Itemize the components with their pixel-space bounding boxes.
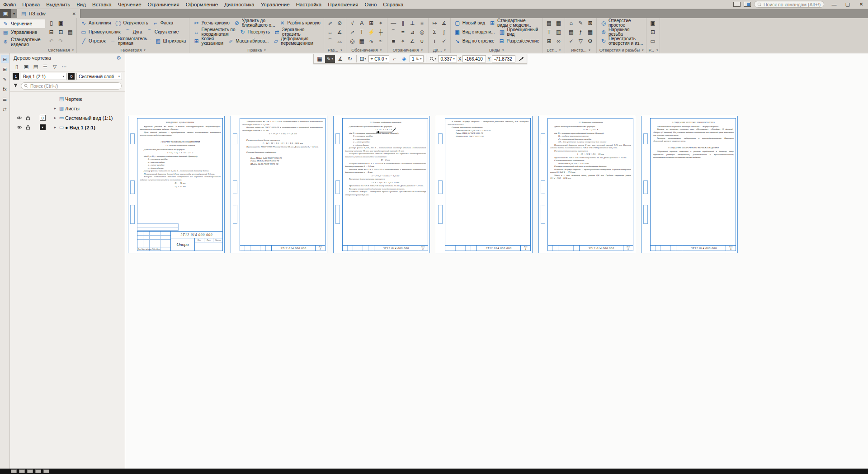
- angle-constraint-icon[interactable]: ∠: [408, 37, 417, 46]
- tool-grid-icon[interactable]: ▦: [586, 28, 594, 37]
- ribbon-group-label-diagnostics[interactable]: Ди...▾: [430, 47, 448, 53]
- tree-layers-icon[interactable]: ☰: [42, 63, 49, 71]
- minimize-button[interactable]: —: [827, 0, 841, 9]
- concentric-constraint-icon[interactable]: ◎: [418, 28, 426, 37]
- r-group-icon-2[interactable]: ⊡: [648, 28, 657, 37]
- tool-filter-icon[interactable]: ▽: [576, 37, 585, 46]
- tree-filter-icon[interactable]: ▽: [51, 63, 58, 71]
- menu-item[interactable]: Управление: [258, 0, 293, 9]
- menu-item[interactable]: Оформление: [183, 0, 221, 9]
- lock-icon[interactable]: [24, 125, 33, 130]
- mirror-button[interactable]: ⇄Зеркальноотразить: [272, 28, 306, 37]
- linear-dimension-icon[interactable]: ↔: [326, 28, 335, 37]
- symmetric-constraint-icon[interactable]: ⊿: [408, 28, 417, 37]
- expand-arrow-icon[interactable]: ▸: [52, 106, 58, 110]
- home-button[interactable]: ▣: [0, 9, 11, 18]
- drawing-canvas[interactable]: ▦ ✎▾ ∡ ↻ ⊞▾ ⌖ СК 0 ▾ ⌐ ◈ 1 ⇅ ▾: [125, 53, 868, 469]
- merge-constraint-icon[interactable]: ∪: [418, 37, 426, 46]
- move-by-coords-button[interactable]: ↔Переместить покоординатам: [191, 28, 236, 37]
- grid-display-icon[interactable]: ▦: [316, 55, 324, 63]
- strip-menu-icon[interactable]: ☰: [1, 95, 9, 103]
- roughness-icon[interactable]: √: [348, 19, 357, 28]
- tree-node[interactable]: 0▸▭Системный вид (1:1): [10, 113, 125, 123]
- sheet-page[interactable]: 2 СОЗДАНИЕ ЧЕРТЕЖА СВАРНОГО УЗЛАНаименов…: [641, 116, 738, 253]
- position-icon[interactable]: ◎: [348, 37, 357, 46]
- ribbon-tab-standard-parts[interactable]: ⊚Стандартные изделия: [0, 37, 45, 47]
- radial-dimension-icon[interactable]: ⌒: [326, 37, 335, 46]
- break-line-icon[interactable]: ≈: [377, 37, 385, 46]
- zoom-menu-icon[interactable]: ▾: [429, 55, 437, 63]
- taskbar-item[interactable]: [11, 469, 17, 473]
- lock-icon[interactable]: [24, 115, 33, 120]
- hatch-button[interactable]: ▨Штриховка: [153, 37, 188, 46]
- command-search-input[interactable]: Поиск по командам (Alt+/): [754, 1, 824, 8]
- ribbon-group-label-views[interactable]: Виды▾: [453, 47, 541, 53]
- tree-views-icon[interactable]: ▤: [32, 63, 39, 71]
- insert-table-icon[interactable]: ▥: [554, 28, 563, 37]
- menu-item[interactable]: Ограничения: [145, 0, 183, 9]
- scale-button[interactable]: ⇗Масштабиров...: [226, 37, 270, 46]
- document-manager-icon[interactable]: ▤: [66, 28, 75, 37]
- strip-params-icon[interactable]: ⊞: [1, 65, 9, 73]
- snaps-toggle-icon[interactable]: ◈: [400, 55, 408, 63]
- filter-funnel-icon[interactable]: [13, 83, 18, 89]
- menu-item[interactable]: Справка: [380, 0, 406, 9]
- measure-distance-icon[interactable]: ↦: [430, 19, 439, 28]
- sheet-page[interactable]: 1.2 Расчет соединения шпилькойДлина шпил…: [333, 116, 430, 253]
- tool-check-icon[interactable]: ✓: [567, 37, 576, 46]
- arc-button[interactable]: ⌒Дуга: [123, 28, 144, 37]
- strip-swap-icon[interactable]: ⇄: [1, 105, 9, 113]
- measure-area-icon[interactable]: Σ: [430, 28, 439, 37]
- taskbar-item[interactable]: [35, 469, 41, 473]
- insert-object-icon[interactable]: ⊞: [545, 37, 553, 46]
- insert-picture-icon[interactable]: ▦: [554, 19, 563, 28]
- zoom-value-select[interactable]: 0.337 ▾: [438, 55, 457, 62]
- insert-link-icon[interactable]: ∞: [554, 37, 563, 46]
- auto-dimension-icon[interactable]: ⇗: [326, 19, 335, 28]
- open-document-icon[interactable]: ▣: [57, 19, 65, 28]
- ribbon-group-label-constraints[interactable]: Ограничения▾: [389, 47, 426, 53]
- circle-button[interactable]: ◯Окружность: [113, 19, 150, 28]
- rotate-mode-icon[interactable]: ↻: [346, 55, 354, 63]
- deform-move-button[interactable]: ▱Деформацияперемещением: [271, 37, 315, 46]
- parallel-constraint-icon[interactable]: ∥: [399, 19, 407, 28]
- menu-item[interactable]: Диагностика: [221, 0, 258, 9]
- menu-item[interactable]: Черчение: [115, 0, 145, 9]
- fix-constraint-icon[interactable]: ■: [389, 37, 398, 46]
- wave-line-icon[interactable]: ∿: [367, 37, 376, 46]
- taskbar-item[interactable]: [43, 469, 49, 473]
- tree-more-icon[interactable]: ⋯: [61, 63, 68, 71]
- tool-erase-icon[interactable]: ⊠: [586, 19, 594, 28]
- midpoint-constraint-icon[interactable]: ⌖: [399, 37, 407, 46]
- simple-hole-button[interactable]: ◎Отверстиепростое: [599, 19, 632, 28]
- eye-icon[interactable]: [14, 125, 24, 129]
- tangent-constraint-icon[interactable]: ⌒: [389, 28, 398, 37]
- tool-macro-icon[interactable]: ƒ: [576, 28, 585, 37]
- sheet-page[interactable]: 1.3 Винтовое соединениеДлина винта рассч…: [538, 116, 635, 253]
- rectangle-button[interactable]: ▭Прямоугольник: [79, 28, 122, 37]
- menu-item[interactable]: Выделить: [43, 0, 73, 9]
- menu-item[interactable]: Приложения: [325, 0, 361, 9]
- ribbon-group-label-edit[interactable]: Правка▾: [191, 47, 321, 53]
- leader-icon[interactable]: ↗: [348, 28, 357, 37]
- r-group-icon-3[interactable]: ▭: [648, 37, 657, 46]
- horizontal-constraint-icon[interactable]: —: [389, 19, 398, 28]
- measure-angle-icon[interactable]: ∡: [440, 19, 448, 28]
- expand-arrow-icon[interactable]: ▸: [52, 116, 58, 120]
- current-view-select[interactable]: Вид 1 (2:1) ▾: [21, 73, 66, 80]
- new-view-button[interactable]: ▢Новый вид: [453, 19, 486, 28]
- current-layer-select[interactable]: Системный слой ▾: [76, 73, 122, 80]
- sheet-page[interactable]: В детали «Корпус сварной» – отверстие ре…: [436, 116, 533, 253]
- ribbon-group-label-dimensions[interactable]: Раз...▾: [326, 47, 344, 53]
- new-document-icon[interactable]: ▯: [47, 19, 56, 28]
- diameter-dimension-icon[interactable]: ⊘: [335, 19, 344, 28]
- ribbon-group-label-r[interactable]: Р...▾: [648, 47, 658, 53]
- display-settings-icon[interactable]: [733, 2, 741, 7]
- tab-list-caret-icon[interactable]: ▾: [11, 9, 17, 18]
- print-preview-icon[interactable]: ⊡: [57, 28, 65, 37]
- gear-icon[interactable]: ⚙: [116, 55, 121, 61]
- maximize-button[interactable]: ▢: [841, 0, 854, 9]
- center-mark-icon[interactable]: ⌖: [377, 19, 385, 28]
- redo-icon[interactable]: ↷: [57, 37, 65, 46]
- menu-item[interactable]: Окно: [362, 0, 380, 9]
